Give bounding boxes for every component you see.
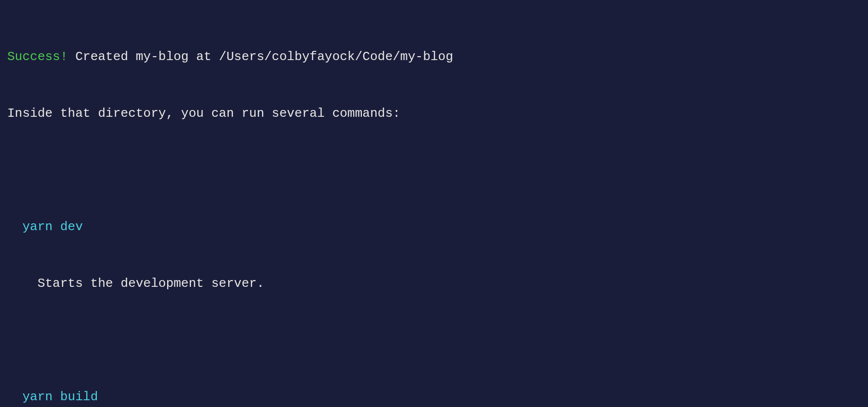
command-yarn-build: yarn build xyxy=(7,388,861,407)
success-message: Created my-blog at /Users/colbyfayock/Co… xyxy=(68,49,453,64)
instructions-line: Inside that directory, you can run sever… xyxy=(7,104,861,123)
blank-line xyxy=(7,331,861,350)
blank-line xyxy=(7,161,861,180)
success-label: Success! xyxy=(7,49,68,64)
success-line: Success! Created my-blog at /Users/colby… xyxy=(7,47,861,66)
command-yarn-dev-desc: Starts the development server. xyxy=(7,274,861,293)
command-yarn-dev: yarn dev xyxy=(7,218,861,236)
terminal-output: Success! Created my-blog at /Users/colby… xyxy=(7,10,861,407)
